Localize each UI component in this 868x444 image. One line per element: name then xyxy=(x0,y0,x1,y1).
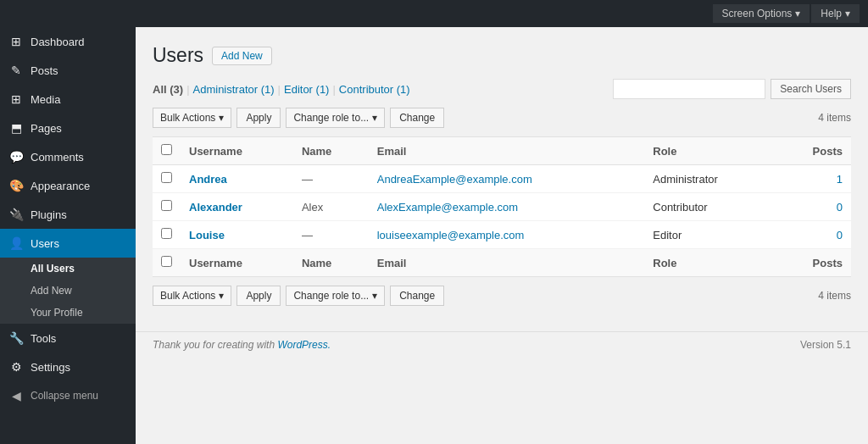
row-posts-cell: 0 xyxy=(776,193,851,221)
email-link[interactable]: AlexExample@example.com xyxy=(377,201,518,214)
filter-administrator[interactable]: Administrator (1) xyxy=(193,83,275,96)
sidebar-item-label: Plugins xyxy=(31,208,67,221)
username-link[interactable]: Alexander xyxy=(189,201,242,214)
add-new-button[interactable]: Add New xyxy=(212,47,272,65)
row-name-cell: — xyxy=(293,221,369,249)
email-header[interactable]: Email xyxy=(369,137,645,165)
posts-link[interactable]: 0 xyxy=(784,201,843,214)
filter-contributor[interactable]: Contributor (1) xyxy=(339,83,410,96)
search-input[interactable] xyxy=(613,79,765,99)
row-role-cell: Administrator xyxy=(644,165,776,193)
bulk-actions-bottom-label: Bulk Actions xyxy=(160,290,215,302)
sidebar-item-appearance[interactable]: 🎨 Appearance xyxy=(0,171,136,200)
select-all-footer-checkbox[interactable] xyxy=(161,256,172,267)
change-role-bottom-label: Change role to... xyxy=(293,290,369,302)
posts-icon: ✎ xyxy=(8,63,24,78)
sidebar-subitem-your-profile[interactable]: Your Profile xyxy=(0,302,136,324)
bulk-actions-top-button[interactable]: Bulk Actions ▾ xyxy=(153,108,231,128)
sidebar-item-label: Settings xyxy=(31,361,70,374)
email-footer[interactable]: Email xyxy=(369,249,645,277)
change-role-top-button[interactable]: Change role to... ▾ xyxy=(286,108,385,128)
footer-bar: Thank you for creating with WordPress. V… xyxy=(136,331,868,358)
users-submenu: All Users Add New Your Profile xyxy=(0,258,136,324)
screen-options-button[interactable]: Screen Options ▾ xyxy=(713,4,810,23)
help-label: Help xyxy=(821,8,842,19)
row-checkbox[interactable] xyxy=(161,228,172,239)
your-profile-label: Your Profile xyxy=(31,307,83,319)
sidebar-item-tools[interactable]: 🔧 Tools xyxy=(0,324,136,352)
all-users-label: All Users xyxy=(31,263,75,275)
row-checkbox-cell[interactable] xyxy=(153,193,181,221)
table-row: Andrea — AndreaExample@example.com Admin… xyxy=(153,165,851,193)
change-role-top-label: Change role to... xyxy=(293,112,369,124)
sidebar-item-label: Posts xyxy=(31,64,58,77)
sidebar-item-users[interactable]: 👤 Users xyxy=(0,229,136,258)
version-label: Version 5.1 xyxy=(800,339,851,351)
footer-thank-you: Thank you for creating with WordPress. xyxy=(153,339,331,351)
row-checkbox-cell[interactable] xyxy=(153,221,181,249)
change-role-bottom-button[interactable]: Change role to... ▾ xyxy=(286,286,385,306)
page-title: Users xyxy=(153,44,203,67)
screen-options-chevron-icon: ▾ xyxy=(795,8,800,19)
collapse-menu-button[interactable]: ◀ Collapse menu xyxy=(0,381,136,410)
select-all-footer[interactable] xyxy=(153,249,181,277)
filter-row: All (3) | Administrator (1) | Editor (1)… xyxy=(153,79,851,99)
help-button[interactable]: Help ▾ xyxy=(811,4,860,23)
toolbar-left-top: Bulk Actions ▾ Apply Change role to... ▾… xyxy=(153,108,444,128)
username-header[interactable]: Username xyxy=(181,137,293,165)
row-name: — xyxy=(302,229,313,241)
sidebar-subitem-all-users[interactable]: All Users xyxy=(0,258,136,280)
table-footer-row: Username Name Email Role Posts xyxy=(153,249,851,277)
select-all-header[interactable] xyxy=(153,137,181,165)
sidebar-item-label: Comments xyxy=(31,151,84,164)
select-all-checkbox[interactable] xyxy=(161,144,172,155)
email-link[interactable]: AndreaExample@example.com xyxy=(377,173,532,186)
row-checkbox[interactable] xyxy=(161,200,172,211)
sidebar-item-dashboard[interactable]: ⊞ Dashboard xyxy=(0,27,136,56)
collapse-icon: ◀ xyxy=(8,388,24,403)
sidebar-item-posts[interactable]: ✎ Posts xyxy=(0,56,136,85)
email-link[interactable]: louiseexample@example.com xyxy=(377,229,525,241)
sidebar-item-media[interactable]: ⊞ Media xyxy=(0,85,136,114)
posts-link[interactable]: 0 xyxy=(784,229,843,241)
posts-header[interactable]: Posts xyxy=(776,137,851,165)
filter-all[interactable]: All (3) xyxy=(153,83,183,96)
bulk-actions-bottom-chevron-icon: ▾ xyxy=(219,290,224,302)
wordpress-link[interactable]: WordPress. xyxy=(277,339,331,351)
search-users-button[interactable]: Search Users xyxy=(771,79,851,99)
users-table: Username Name Email Role Posts xyxy=(153,136,851,277)
posts-link[interactable]: 1 xyxy=(784,173,843,186)
row-checkbox[interactable] xyxy=(161,172,172,183)
username-footer[interactable]: Username xyxy=(181,249,293,277)
sidebar-item-label: Media xyxy=(31,93,60,106)
settings-icon: ⚙ xyxy=(8,359,24,375)
sidebar-item-settings[interactable]: ⚙ Settings xyxy=(0,352,136,381)
change-bottom-button[interactable]: Change xyxy=(390,286,444,306)
screen-options-label: Screen Options xyxy=(722,8,793,19)
page-title-row: Users Add New xyxy=(153,44,851,67)
posts-footer[interactable]: Posts xyxy=(776,249,851,277)
sidebar-item-pages[interactable]: ⬒ Pages xyxy=(0,114,136,142)
appearance-icon: 🎨 xyxy=(8,178,24,193)
row-posts-cell: 0 xyxy=(776,221,851,249)
sidebar-item-plugins[interactable]: 🔌 Plugins xyxy=(0,200,136,229)
tools-icon: 🔧 xyxy=(8,330,24,346)
row-checkbox-cell[interactable] xyxy=(153,165,181,193)
filter-editor[interactable]: Editor (1) xyxy=(284,83,329,96)
row-name-cell: Alex xyxy=(293,193,369,221)
apply-bottom-button[interactable]: Apply xyxy=(236,286,281,306)
change-top-button[interactable]: Change xyxy=(390,108,444,128)
plugins-icon: 🔌 xyxy=(8,207,24,222)
sidebar-item-comments[interactable]: 💬 Comments xyxy=(0,142,136,171)
collapse-label: Collapse menu xyxy=(31,390,98,402)
sidebar-item-label: Dashboard xyxy=(31,36,85,48)
bulk-actions-bottom-button[interactable]: Bulk Actions ▾ xyxy=(153,286,231,306)
pages-icon: ⬒ xyxy=(8,120,24,136)
row-username-cell: Alexander xyxy=(181,193,293,221)
apply-top-button[interactable]: Apply xyxy=(236,108,281,128)
comments-icon: 💬 xyxy=(8,149,24,164)
users-icon: 👤 xyxy=(8,236,24,251)
username-link[interactable]: Andrea xyxy=(189,173,227,186)
username-link[interactable]: Louise xyxy=(189,229,225,241)
sidebar-subitem-add-new[interactable]: Add New xyxy=(0,280,136,302)
